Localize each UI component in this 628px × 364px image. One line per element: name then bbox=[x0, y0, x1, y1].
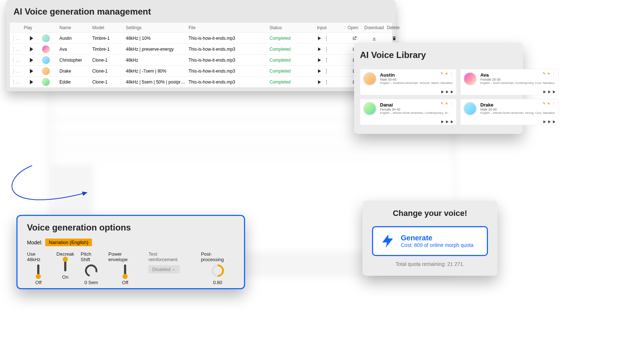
more-icon[interactable]: ⋮ bbox=[552, 71, 555, 75]
edit-icon[interactable]: ✎ bbox=[441, 101, 443, 105]
row-name: Austin bbox=[58, 36, 91, 41]
drag-handle-icon[interactable]: ⋮⋮ 2 bbox=[10, 47, 22, 52]
row-model: Timbre-1 bbox=[91, 47, 124, 52]
drag-handle-icon[interactable]: ⋮⋮ 4 bbox=[10, 69, 22, 74]
row-settings: 48kHz | -7sem | 80% bbox=[124, 69, 187, 74]
bolt-icon bbox=[380, 233, 396, 249]
open-button[interactable] bbox=[346, 36, 363, 41]
generate-cost: Cost: 809 of online morph quota bbox=[401, 242, 473, 249]
voice-library-title: AI Voice Library bbox=[360, 50, 517, 60]
row-name: Eddie bbox=[58, 80, 91, 85]
drag-handle-icon[interactable]: ⋮⋮ 5 bbox=[10, 80, 22, 85]
voice-description: English – African-North-American, Contem… bbox=[380, 111, 453, 115]
table-row: ⋮⋮ 2AvaTimbre-148kHz | preserve-energyTh… bbox=[10, 44, 392, 55]
row-name: Drake bbox=[58, 69, 91, 74]
voice-meta: Female 25-35 bbox=[480, 78, 555, 81]
voice-card[interactable]: ✎★⋮DrakeMale 20-30English – African-Nort… bbox=[460, 99, 559, 125]
avatar bbox=[42, 45, 50, 53]
edit-icon[interactable]: ✎ bbox=[543, 101, 546, 105]
avatar bbox=[363, 72, 376, 85]
row-input-player[interactable]: ⋮ bbox=[315, 79, 332, 85]
row-file: This-is-how-it-ends.mp3 bbox=[187, 58, 268, 63]
decreak-control[interactable]: Decreak On bbox=[57, 251, 74, 280]
col-model: Model bbox=[91, 25, 124, 30]
model-selector[interactable]: Narration (English) bbox=[45, 239, 92, 246]
voice-management-panel: AI Voice generation management Play Name… bbox=[6, 0, 396, 91]
more-icon[interactable]: ⋮ bbox=[450, 71, 453, 75]
row-model: Timbre-1 bbox=[91, 36, 124, 41]
pitch-shift-control[interactable]: Pitch Shift 0 Sem bbox=[81, 251, 102, 285]
avatar bbox=[42, 56, 50, 64]
voice-meta: Female 30-40 bbox=[380, 108, 453, 111]
table-header-row: Play Name Model Settings File Status Inp… bbox=[10, 23, 392, 33]
voice-library-panel: AI Voice Library ✎★⋮AustinMale 50-65Engl… bbox=[354, 43, 523, 134]
row-file: This-is-how-it-ends.mp3 bbox=[187, 80, 268, 85]
col-file: File bbox=[187, 25, 268, 30]
row-model: Clone-1 bbox=[91, 69, 124, 74]
more-icon[interactable]: ⋮ bbox=[552, 101, 555, 105]
row-input-player[interactable]: ⋮ bbox=[315, 57, 332, 63]
avatar bbox=[464, 102, 477, 115]
voice-preview-buttons[interactable] bbox=[543, 120, 555, 123]
voice-management-title: AI Voice generation management bbox=[13, 7, 392, 17]
row-status: Completed bbox=[268, 36, 315, 41]
star-icon[interactable]: ★ bbox=[445, 71, 448, 75]
more-icon[interactable]: ⋮ bbox=[450, 101, 453, 105]
voice-preview-buttons[interactable] bbox=[543, 90, 555, 93]
voice-preview-buttons[interactable] bbox=[441, 90, 453, 93]
drag-handle-icon[interactable]: ⋮⋮ 3 bbox=[10, 58, 22, 63]
edit-icon[interactable]: ✎ bbox=[543, 71, 546, 75]
play-button[interactable] bbox=[30, 80, 33, 84]
star-icon[interactable]: ★ bbox=[547, 71, 550, 75]
row-file: This-is-how-it-ends.mp3 bbox=[187, 47, 268, 52]
play-button[interactable] bbox=[30, 47, 33, 51]
star-icon[interactable]: ★ bbox=[547, 101, 550, 105]
avatar bbox=[363, 102, 376, 115]
generate-title: Change your voice! bbox=[372, 209, 488, 218]
table-row: ⋮⋮ 1AustinTimbre-148kHz | 10%This-is-how… bbox=[10, 33, 392, 44]
use-48khz-control[interactable]: Use 48kHz Off bbox=[27, 251, 50, 285]
generate-button[interactable]: Generate Cost: 809 of online morph quota bbox=[372, 226, 488, 256]
play-button[interactable] bbox=[30, 69, 33, 73]
row-settings: 48kHz bbox=[124, 58, 187, 63]
row-name: Christopher bbox=[58, 58, 91, 63]
power-envelope-control[interactable]: Power envelope Off bbox=[108, 251, 142, 285]
avatar bbox=[464, 72, 477, 85]
text-reinforcement-control[interactable]: Text reinforcement Disabled › bbox=[148, 251, 187, 274]
row-input-player[interactable]: ⋮ bbox=[315, 35, 332, 41]
generate-panel: Change your voice! Generate Cost: 809 of… bbox=[363, 201, 497, 276]
voice-description: English – African-North-American, Strong… bbox=[480, 111, 555, 115]
table-row: ⋮⋮ 5EddieClone-148kHz | 5sem | 50% | pos… bbox=[10, 77, 392, 88]
voice-card[interactable]: ✎★⋮AustinMale 50-65English – Southern-Am… bbox=[360, 69, 457, 95]
row-status: Completed bbox=[268, 47, 315, 52]
row-status: Completed bbox=[268, 58, 315, 63]
model-label: Model: bbox=[27, 240, 42, 245]
row-status: Completed bbox=[268, 80, 315, 85]
avatar bbox=[42, 78, 50, 86]
col-open: Open bbox=[346, 25, 363, 30]
drag-handle-icon[interactable]: ⋮⋮ 1 bbox=[10, 36, 22, 41]
play-button[interactable] bbox=[30, 36, 33, 40]
row-input-player[interactable]: ⋮ bbox=[315, 68, 332, 74]
download-button[interactable] bbox=[363, 36, 385, 41]
chevron-right-icon: › bbox=[173, 267, 174, 272]
row-settings: 48kHz | 5sem | 50% | postproc-0.65 bbox=[124, 80, 187, 85]
row-input-player[interactable]: ⋮ bbox=[315, 46, 332, 52]
voice-management-table: Play Name Model Settings File Status Inp… bbox=[10, 23, 392, 88]
voice-options-title: Voice generation options bbox=[27, 222, 234, 233]
post-processing-control[interactable]: Post-processing 0.80 bbox=[201, 251, 234, 285]
voice-card[interactable]: ✎★⋮DanaiFemale 30-40English – African-No… bbox=[360, 99, 457, 125]
edit-icon[interactable]: ✎ bbox=[441, 71, 443, 75]
star-icon[interactable]: ★ bbox=[445, 101, 448, 105]
table-row: ⋮⋮ 4DrakeClone-148kHz | -7sem | 80%This-… bbox=[10, 66, 392, 77]
col-download: Download bbox=[363, 25, 385, 30]
voice-preview-buttons[interactable] bbox=[441, 120, 453, 123]
slider-icon bbox=[64, 259, 66, 271]
row-model: Clone-1 bbox=[91, 80, 124, 85]
voice-card[interactable]: ✎★⋮AvaFemale 25-35English – North-Americ… bbox=[460, 69, 559, 95]
play-button[interactable] bbox=[30, 58, 33, 62]
row-settings: 48kHz | 10% bbox=[124, 36, 187, 41]
text-reinforcement-button[interactable]: Disabled › bbox=[148, 265, 180, 274]
voice-options-panel: Voice generation options Model: Narratio… bbox=[16, 215, 245, 289]
delete-button[interactable] bbox=[385, 36, 403, 41]
